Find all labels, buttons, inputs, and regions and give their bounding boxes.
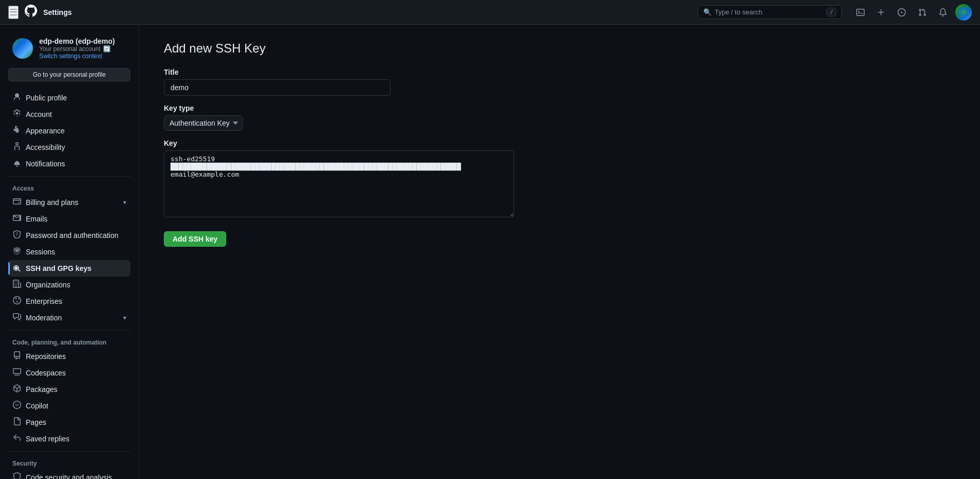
chevron-down-icon: ▾ [123, 199, 126, 206]
sidebar-account-type: Your personal account 🔄 Switch settings … [39, 45, 126, 60]
code-section-label: Code, planning, and automation [8, 335, 130, 348]
password-label: Password and authentication [26, 231, 126, 239]
sidebar-item-appearance[interactable]: Appearance [8, 123, 130, 139]
github-logo-icon [25, 5, 37, 20]
organization-icon [12, 280, 22, 290]
hamburger-menu-button[interactable]: ☰ [8, 6, 19, 19]
sidebar-item-moderation[interactable]: Moderation ▾ [8, 310, 130, 326]
accessibility-label: Accessibility [26, 143, 126, 151]
broadcast-icon [12, 247, 22, 257]
sidebar-profile-header: edp-demo (edp-demo) Your personal accoun… [8, 37, 130, 60]
add-ssh-key-heading: Add new SSH Key [164, 41, 578, 56]
sidebar-item-copilot[interactable]: Copilot [8, 398, 130, 414]
shield-lock-icon [12, 230, 22, 241]
copilot-icon [12, 401, 22, 411]
comment-discussion-icon [12, 313, 22, 323]
sessions-label: Sessions [26, 248, 126, 256]
inbox-button[interactable] [935, 4, 951, 21]
bell-icon [12, 159, 22, 169]
code-security-label: Code security and analysis [26, 473, 126, 479]
public-profile-label: Public profile [26, 94, 126, 102]
sidebar-item-pages[interactable]: Pages [8, 414, 130, 431]
paintbrush-icon [12, 126, 22, 136]
sidebar-item-organizations[interactable]: Organizations [8, 277, 130, 293]
emails-label: Emails [26, 215, 126, 223]
key-label: Key [164, 139, 578, 147]
sidebar-item-repositories[interactable]: Repositories [8, 348, 130, 365]
repositories-label: Repositories [26, 352, 126, 361]
sidebar-divider-1 [8, 176, 130, 177]
moderation-label: Moderation [26, 314, 119, 322]
sidebar-item-sessions[interactable]: Sessions [8, 244, 130, 260]
appearance-label: Appearance [26, 127, 126, 135]
sidebar-item-public-profile[interactable]: Public profile [8, 90, 130, 106]
key-type-label: Key type [164, 104, 578, 112]
key-type-form-group: Key type Authentication Key Signing Key [164, 104, 578, 131]
switch-settings-link[interactable]: Switch settings context [39, 53, 102, 60]
sidebar-profile: edp-demo (edp-demo) Your personal accoun… [12, 37, 126, 60]
sidebar-item-emails[interactable]: Emails [8, 211, 130, 227]
sidebar-divider-2 [8, 330, 130, 331]
key-type-select[interactable]: Authentication Key Signing Key [164, 115, 243, 131]
shield-icon [12, 472, 22, 479]
go-to-profile-button[interactable]: Go to your personal profile [8, 68, 130, 81]
pullrequests-button[interactable] [914, 4, 931, 21]
create-new-button[interactable] [873, 4, 889, 21]
sidebar-item-password[interactable]: Password and authentication [8, 227, 130, 244]
terminal-button[interactable] [852, 4, 869, 21]
sidebar-item-accessibility[interactable]: Accessibility [8, 139, 130, 156]
sidebar-user-info: edp-demo (edp-demo) Your personal accoun… [39, 37, 126, 60]
search-shortcut-badge: / [826, 8, 836, 16]
title-input[interactable] [164, 79, 391, 96]
accessibility-icon [12, 142, 22, 152]
title-label: Title [164, 68, 578, 76]
account-label: Account [26, 110, 126, 118]
sidebar-item-account[interactable]: Account [8, 106, 130, 123]
mail-icon [12, 214, 22, 224]
person-icon [12, 93, 22, 103]
add-ssh-key-button[interactable]: Add SSH key [164, 231, 226, 247]
main-content: Add new SSH Key Title Key type Authentic… [139, 25, 603, 479]
codespaces-label: Codespaces [26, 369, 126, 377]
sidebar-item-code-security[interactable]: Code security and analysis [8, 469, 130, 479]
packages-label: Packages [26, 385, 126, 394]
issues-button[interactable] [893, 4, 910, 21]
repo-icon [12, 351, 22, 362]
saved-replies-label: Saved replies [26, 435, 126, 443]
globe-icon [12, 296, 22, 306]
package-icon [12, 384, 22, 395]
sidebar-item-saved-replies[interactable]: Saved replies [8, 431, 130, 447]
key-textarea[interactable]: ssh-ed25519 ████████████████████████████… [164, 150, 514, 217]
key-form-group: Key ssh-ed25519 ████████████████████████… [164, 139, 578, 219]
user-avatar[interactable] [955, 4, 972, 21]
security-section-label: Security [8, 456, 130, 469]
sidebar-item-codespaces[interactable]: Codespaces [8, 365, 130, 381]
search-bar[interactable]: 🔍 Type / to search / [698, 5, 842, 19]
search-icon: 🔍 [703, 8, 712, 16]
sidebar-avatar [12, 38, 33, 59]
sidebar-item-packages[interactable]: Packages [8, 381, 130, 398]
sidebar-item-billing[interactable]: Billing and plans ▾ [8, 194, 130, 211]
chevron-down-icon-2: ▾ [123, 314, 126, 321]
copilot-label: Copilot [26, 402, 126, 410]
topnav: ☰ Settings 🔍 Type / to search / [0, 0, 980, 25]
page-title-topnav: Settings [43, 8, 72, 16]
title-form-group: Title [164, 68, 578, 96]
pages-label: Pages [26, 418, 126, 426]
organizations-label: Organizations [26, 281, 126, 289]
page-container: edp-demo (edp-demo) Your personal accoun… [0, 25, 980, 479]
refresh-icon: 🔄 [103, 45, 111, 53]
key-icon [12, 263, 22, 273]
sidebar-item-enterprises[interactable]: Enterprises [8, 293, 130, 310]
sidebar-item-ssh-gpg[interactable]: SSH and GPG keys [8, 260, 130, 277]
pages-icon [12, 417, 22, 427]
billing-label: Billing and plans [26, 198, 119, 207]
svg-point-0 [958, 7, 969, 18]
sidebar-item-notifications[interactable]: Notifications [8, 156, 130, 172]
gear-icon [12, 109, 22, 119]
enterprises-label: Enterprises [26, 297, 126, 305]
credit-card-icon [12, 197, 22, 208]
access-section-label: Access [8, 181, 130, 194]
notifications-label: Notifications [26, 160, 126, 168]
sidebar-username: edp-demo (edp-demo) [39, 37, 126, 45]
